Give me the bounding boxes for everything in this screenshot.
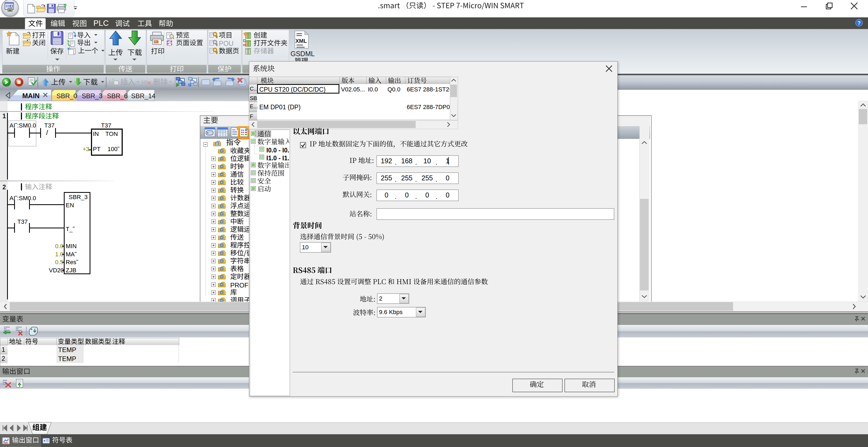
svg-text:?: ? [858,20,861,26]
svg-text:XML: XML [296,38,307,44]
